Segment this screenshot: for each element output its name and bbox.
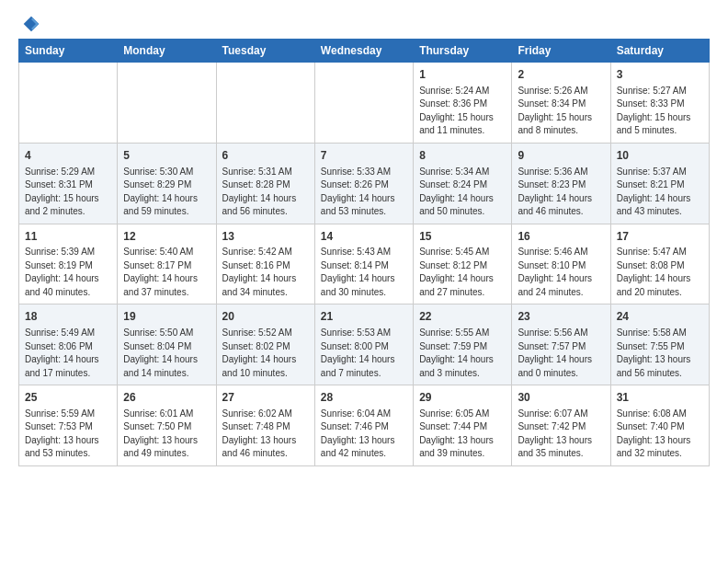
day-info: Sunrise: 5:58 AM Sunset: 7:55 PM Dayligh… bbox=[617, 327, 703, 380]
logo bbox=[18, 15, 40, 29]
calendar-cell: 12Sunrise: 5:40 AM Sunset: 8:17 PM Dayli… bbox=[118, 224, 216, 304]
calendar-cell bbox=[118, 63, 216, 144]
day-number: 20 bbox=[222, 309, 309, 325]
calendar-cell: 5Sunrise: 5:30 AM Sunset: 8:29 PM Daylig… bbox=[118, 143, 216, 224]
calendar-cell: 25Sunrise: 5:59 AM Sunset: 7:53 PM Dayli… bbox=[19, 385, 118, 466]
calendar-cell: 31Sunrise: 6:08 AM Sunset: 7:40 PM Dayli… bbox=[610, 385, 709, 466]
weekday-row: SundayMondayTuesdayWednesdayThursdayFrid… bbox=[19, 40, 710, 63]
day-number: 26 bbox=[123, 390, 210, 406]
calendar-cell: 30Sunrise: 6:07 AM Sunset: 7:42 PM Dayli… bbox=[512, 385, 610, 466]
day-number: 29 bbox=[419, 390, 506, 406]
weekday-header-tuesday: Tuesday bbox=[216, 40, 314, 63]
calendar-cell: 14Sunrise: 5:43 AM Sunset: 8:14 PM Dayli… bbox=[314, 224, 413, 304]
day-info: Sunrise: 5:42 AM Sunset: 8:16 PM Dayligh… bbox=[222, 246, 309, 299]
day-info: Sunrise: 5:26 AM Sunset: 8:34 PM Dayligh… bbox=[518, 85, 604, 138]
day-info: Sunrise: 5:46 AM Sunset: 8:10 PM Dayligh… bbox=[518, 246, 604, 299]
weekday-header-saturday: Saturday bbox=[610, 40, 709, 63]
day-info: Sunrise: 5:53 AM Sunset: 8:00 PM Dayligh… bbox=[321, 327, 407, 380]
calendar-cell bbox=[314, 63, 413, 144]
header bbox=[18, 15, 710, 29]
weekday-header-monday: Monday bbox=[118, 40, 216, 63]
logo-icon bbox=[22, 15, 40, 33]
day-info: Sunrise: 6:07 AM Sunset: 7:42 PM Dayligh… bbox=[518, 408, 604, 461]
day-number: 14 bbox=[321, 229, 407, 245]
week-row-5: 25Sunrise: 5:59 AM Sunset: 7:53 PM Dayli… bbox=[19, 385, 710, 466]
day-info: Sunrise: 5:52 AM Sunset: 8:02 PM Dayligh… bbox=[222, 327, 309, 380]
day-number: 30 bbox=[518, 390, 604, 406]
calendar-cell: 9Sunrise: 5:36 AM Sunset: 8:23 PM Daylig… bbox=[512, 143, 610, 224]
week-row-4: 18Sunrise: 5:49 AM Sunset: 8:06 PM Dayli… bbox=[19, 304, 710, 385]
calendar-cell: 4Sunrise: 5:29 AM Sunset: 8:31 PM Daylig… bbox=[19, 143, 118, 224]
day-number: 4 bbox=[25, 148, 111, 164]
calendar-table: SundayMondayTuesdayWednesdayThursdayFrid… bbox=[18, 39, 710, 466]
day-number: 9 bbox=[518, 148, 604, 164]
day-number: 1 bbox=[419, 67, 506, 83]
day-number: 18 bbox=[25, 309, 111, 325]
day-number: 27 bbox=[222, 390, 309, 406]
calendar-cell: 24Sunrise: 5:58 AM Sunset: 7:55 PM Dayli… bbox=[610, 304, 709, 385]
day-info: Sunrise: 5:33 AM Sunset: 8:26 PM Dayligh… bbox=[321, 166, 407, 219]
weekday-header-sunday: Sunday bbox=[19, 40, 118, 63]
day-number: 21 bbox=[321, 309, 407, 325]
calendar-cell: 2Sunrise: 5:26 AM Sunset: 8:34 PM Daylig… bbox=[512, 63, 610, 144]
weekday-header-friday: Friday bbox=[512, 40, 610, 63]
day-info: Sunrise: 5:59 AM Sunset: 7:53 PM Dayligh… bbox=[25, 408, 111, 461]
calendar-cell: 1Sunrise: 5:24 AM Sunset: 8:36 PM Daylig… bbox=[414, 63, 512, 144]
calendar-cell: 3Sunrise: 5:27 AM Sunset: 8:33 PM Daylig… bbox=[610, 63, 709, 144]
calendar-cell: 11Sunrise: 5:39 AM Sunset: 8:19 PM Dayli… bbox=[19, 224, 118, 304]
day-number: 8 bbox=[419, 148, 506, 164]
calendar-cell: 17Sunrise: 5:47 AM Sunset: 8:08 PM Dayli… bbox=[610, 224, 709, 304]
day-info: Sunrise: 5:55 AM Sunset: 7:59 PM Dayligh… bbox=[419, 327, 506, 380]
calendar-cell: 7Sunrise: 5:33 AM Sunset: 8:26 PM Daylig… bbox=[314, 143, 413, 224]
calendar-cell: 6Sunrise: 5:31 AM Sunset: 8:28 PM Daylig… bbox=[216, 143, 314, 224]
day-info: Sunrise: 5:50 AM Sunset: 8:04 PM Dayligh… bbox=[123, 327, 210, 380]
day-info: Sunrise: 5:27 AM Sunset: 8:33 PM Dayligh… bbox=[617, 85, 703, 138]
page: SundayMondayTuesdayWednesdayThursdayFrid… bbox=[0, 0, 728, 481]
day-number: 11 bbox=[25, 229, 111, 245]
day-number: 25 bbox=[25, 390, 111, 406]
day-info: Sunrise: 5:36 AM Sunset: 8:23 PM Dayligh… bbox=[518, 166, 604, 219]
day-info: Sunrise: 5:49 AM Sunset: 8:06 PM Dayligh… bbox=[25, 327, 111, 380]
day-info: Sunrise: 5:34 AM Sunset: 8:24 PM Dayligh… bbox=[419, 166, 506, 219]
day-number: 7 bbox=[321, 148, 407, 164]
day-info: Sunrise: 5:56 AM Sunset: 7:57 PM Dayligh… bbox=[518, 327, 604, 380]
calendar-cell: 20Sunrise: 5:52 AM Sunset: 8:02 PM Dayli… bbox=[216, 304, 314, 385]
calendar-cell: 19Sunrise: 5:50 AM Sunset: 8:04 PM Dayli… bbox=[118, 304, 216, 385]
calendar-header: SundayMondayTuesdayWednesdayThursdayFrid… bbox=[19, 40, 710, 63]
day-number: 13 bbox=[222, 229, 309, 245]
calendar-cell: 21Sunrise: 5:53 AM Sunset: 8:00 PM Dayli… bbox=[314, 304, 413, 385]
day-number: 24 bbox=[617, 309, 703, 325]
weekday-header-thursday: Thursday bbox=[414, 40, 512, 63]
day-info: Sunrise: 5:45 AM Sunset: 8:12 PM Dayligh… bbox=[419, 246, 506, 299]
calendar-cell: 22Sunrise: 5:55 AM Sunset: 7:59 PM Dayli… bbox=[414, 304, 512, 385]
day-number: 6 bbox=[222, 148, 309, 164]
day-info: Sunrise: 6:05 AM Sunset: 7:44 PM Dayligh… bbox=[419, 408, 506, 461]
calendar-cell: 29Sunrise: 6:05 AM Sunset: 7:44 PM Dayli… bbox=[414, 385, 512, 466]
calendar-cell: 18Sunrise: 5:49 AM Sunset: 8:06 PM Dayli… bbox=[19, 304, 118, 385]
week-row-3: 11Sunrise: 5:39 AM Sunset: 8:19 PM Dayli… bbox=[19, 224, 710, 304]
day-info: Sunrise: 5:24 AM Sunset: 8:36 PM Dayligh… bbox=[419, 85, 506, 138]
day-info: Sunrise: 6:08 AM Sunset: 7:40 PM Dayligh… bbox=[617, 408, 703, 461]
calendar-cell bbox=[216, 63, 314, 144]
day-number: 2 bbox=[518, 67, 604, 83]
day-info: Sunrise: 5:29 AM Sunset: 8:31 PM Dayligh… bbox=[25, 166, 111, 219]
logo-text bbox=[18, 15, 40, 33]
day-info: Sunrise: 5:43 AM Sunset: 8:14 PM Dayligh… bbox=[321, 246, 407, 299]
day-number: 5 bbox=[123, 148, 210, 164]
day-number: 10 bbox=[617, 148, 703, 164]
day-number: 31 bbox=[617, 390, 703, 406]
calendar-cell: 23Sunrise: 5:56 AM Sunset: 7:57 PM Dayli… bbox=[512, 304, 610, 385]
day-number: 22 bbox=[419, 309, 506, 325]
day-info: Sunrise: 6:02 AM Sunset: 7:48 PM Dayligh… bbox=[222, 408, 309, 461]
day-number: 28 bbox=[321, 390, 407, 406]
day-number: 15 bbox=[419, 229, 506, 245]
day-info: Sunrise: 5:31 AM Sunset: 8:28 PM Dayligh… bbox=[222, 166, 309, 219]
calendar-cell: 8Sunrise: 5:34 AM Sunset: 8:24 PM Daylig… bbox=[414, 143, 512, 224]
day-number: 3 bbox=[617, 67, 703, 83]
day-number: 19 bbox=[123, 309, 210, 325]
calendar-cell: 15Sunrise: 5:45 AM Sunset: 8:12 PM Dayli… bbox=[414, 224, 512, 304]
calendar-cell: 28Sunrise: 6:04 AM Sunset: 7:46 PM Dayli… bbox=[314, 385, 413, 466]
calendar-cell bbox=[19, 63, 118, 144]
calendar-body: 1Sunrise: 5:24 AM Sunset: 8:36 PM Daylig… bbox=[19, 63, 710, 466]
day-number: 17 bbox=[617, 229, 703, 245]
